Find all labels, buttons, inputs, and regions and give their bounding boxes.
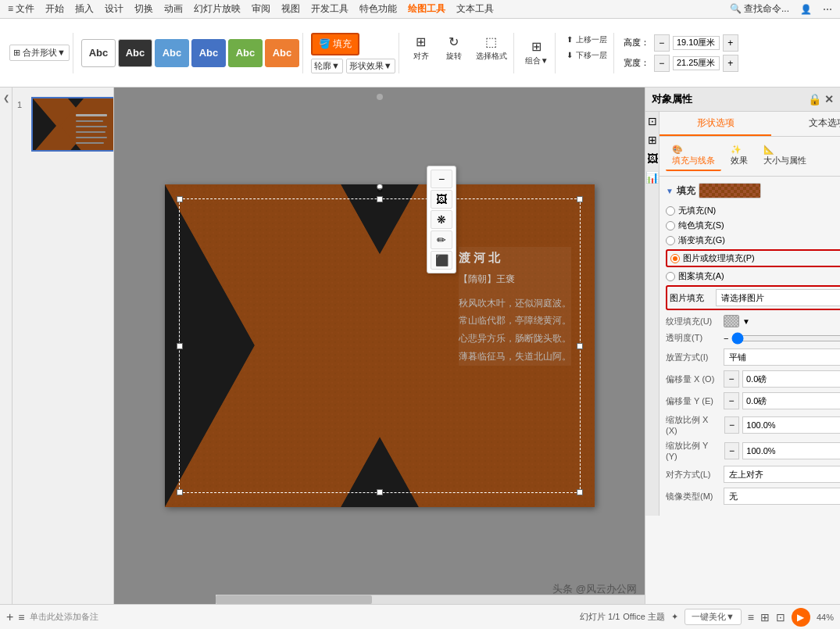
fill-option-picture[interactable]: 图片或纹理填充(P): [666, 249, 840, 267]
menu-account[interactable]: 👤: [795, 2, 817, 16]
view-icon-1[interactable]: ≡: [748, 611, 754, 624]
transparency-row: 透明度(T) − + 0%: [666, 332, 840, 344]
height-increase-button[interactable]: +: [723, 34, 738, 52]
height-input[interactable]: [673, 36, 720, 50]
menu-item-features[interactable]: 特色功能: [355, 1, 402, 17]
float-btn-collapse[interactable]: −: [431, 170, 452, 188]
scale-x-decrease[interactable]: −: [724, 416, 740, 434]
texture-preview[interactable]: [724, 315, 739, 327]
menu-item-slideshow[interactable]: 幻灯片放映: [189, 1, 245, 17]
transparency-slider[interactable]: [731, 333, 840, 344]
fill-option-none[interactable]: 无填充(N): [666, 205, 840, 216]
merge-shape-button[interactable]: ⊞ 合并形状▼: [9, 45, 70, 61]
scale-y-input[interactable]: [742, 442, 840, 459]
width-decrease-button[interactable]: −: [654, 55, 670, 72]
select-format-button[interactable]: ⬚ 选择格式: [473, 33, 510, 63]
fill-color-preview[interactable]: [699, 183, 761, 198]
view-icon-2[interactable]: ⊞: [760, 611, 770, 624]
menu-more[interactable]: ⋯: [818, 2, 837, 16]
view-icon-3[interactable]: ⊡: [776, 611, 785, 624]
one-click-beautify-button[interactable]: 一键美化▼: [685, 609, 742, 625]
width-increase-button[interactable]: +: [723, 55, 738, 72]
sub-tab-size[interactable]: 📐 大小与属性: [757, 141, 813, 171]
ribbon-group-styles: Abc Abc Abc Abc Abc Abc: [78, 33, 303, 73]
panel-icon-2[interactable]: ⊞: [648, 134, 657, 146]
rotate-button[interactable]: ↻ 旋转: [440, 33, 468, 63]
transparency-minus[interactable]: −: [724, 334, 728, 343]
menu-item-review[interactable]: 审阅: [247, 1, 275, 17]
sub-tab-fill[interactable]: 🎨 填充与线条: [666, 141, 721, 171]
placement-select[interactable]: 平铺: [724, 348, 840, 366]
status-left: + ≡ 单击此处添加备注: [6, 610, 574, 624]
align-type-label: 对齐方式(L): [666, 469, 720, 481]
group-button[interactable]: ⊞ 组合▼: [522, 38, 552, 68]
menu-item-animation[interactable]: 动画: [159, 1, 188, 17]
align-type-select[interactable]: 左上对齐: [724, 466, 840, 483]
picture-fill-select[interactable]: 请选择图片: [716, 289, 840, 306]
canvas-area[interactable]: ○ 渡 河 北 【隋朝】王褒 秋风吹木叶，还似洞庭波。 常山临代郡，亭障绕黄河。…: [114, 88, 645, 604]
mirror-select[interactable]: 无: [724, 488, 840, 505]
style-btn-5[interactable]: Abc: [228, 39, 263, 67]
float-btn-edit[interactable]: ✏: [431, 231, 452, 249]
menu-item-view[interactable]: 视图: [277, 1, 305, 17]
style-btn-4[interactable]: Abc: [191, 39, 226, 67]
menu-item-file[interactable]: ≡ 文件: [3, 1, 39, 17]
fill-icon: 🪣: [319, 38, 331, 49]
watermark: 头条 @风云办公网: [552, 582, 637, 596]
sub-tab-effects[interactable]: ✨ 效果: [724, 141, 754, 171]
mirror-label: 镜像类型(M): [666, 491, 720, 502]
panel-icon-4[interactable]: 📊: [645, 171, 659, 184]
scale-x-input[interactable]: [742, 416, 840, 434]
width-input[interactable]: [673, 56, 720, 70]
fill-option-pattern[interactable]: 图案填充(A): [666, 270, 840, 282]
add-slide-button[interactable]: +: [6, 610, 13, 624]
shape-effects-button[interactable]: 形状效果▼: [346, 59, 395, 73]
style-btn-3[interactable]: Abc: [155, 39, 189, 67]
width-label: 宽度：: [624, 57, 651, 69]
beautify-button[interactable]: ✦: [671, 612, 678, 622]
scale-y-decrease[interactable]: −: [724, 442, 740, 459]
menu-item-start[interactable]: 开始: [41, 1, 69, 17]
add-note-text[interactable]: 单击此处添加备注: [30, 611, 98, 623]
menu-search[interactable]: 🔍 查找命令...: [725, 1, 794, 17]
style-btn-6[interactable]: Abc: [265, 39, 299, 67]
tab-text-options[interactable]: 文本选项: [771, 112, 840, 136]
panel-close-icon[interactable]: ✕: [824, 93, 834, 105]
float-btn-square[interactable]: ⬛: [431, 251, 452, 270]
menu-item-switch[interactable]: 切换: [130, 1, 158, 17]
panel-icon-1[interactable]: ⊡: [648, 115, 657, 127]
ribbon-group-fill: 🪣 填充 轮廓▼ 形状效果▼: [308, 33, 399, 73]
texture-dropdown-icon[interactable]: ▼: [742, 317, 750, 326]
menu-item-drawtool[interactable]: 绘图工具: [403, 1, 450, 17]
offset-x-input[interactable]: [742, 370, 840, 388]
height-decrease-button[interactable]: −: [654, 34, 670, 52]
tab-shape-options[interactable]: 形状选项: [659, 112, 771, 136]
menu-item-devtools[interactable]: 开发工具: [306, 1, 353, 17]
up-layer-button[interactable]: ⬆ 上移一层: [563, 33, 610, 47]
fill-option-solid[interactable]: 纯色填充(S): [666, 220, 840, 231]
panel-lock-icon[interactable]: 🔒: [808, 93, 821, 105]
outline-button[interactable]: 轮廓▼: [311, 59, 343, 73]
texture-fill-label: 纹理填充(U): [666, 316, 720, 327]
fill-option-gradient[interactable]: 渐变填充(G): [666, 234, 840, 246]
fill-button[interactable]: 🪣 填充: [311, 33, 359, 55]
play-button[interactable]: ▶: [792, 608, 810, 627]
ribbon-group-merge: ⊞ 合并形状▼: [6, 33, 73, 73]
offset-x-decrease[interactable]: −: [724, 370, 739, 388]
panel-toggle[interactable]: ❮: [0, 88, 13, 604]
slide-view-icon[interactable]: ≡: [18, 611, 24, 624]
transparency-label: 透明度(T): [666, 332, 720, 344]
offset-y-decrease[interactable]: −: [724, 392, 739, 409]
menu-item-insert[interactable]: 插入: [70, 1, 98, 17]
style-btn-1[interactable]: Abc: [81, 39, 116, 67]
float-btn-image[interactable]: 🖼: [431, 190, 452, 209]
menu-item-design[interactable]: 设计: [100, 1, 128, 17]
panel-icon-3[interactable]: 🖼: [647, 152, 658, 165]
style-btn-2[interactable]: Abc: [118, 39, 152, 67]
float-btn-layers[interactable]: ❋: [431, 210, 452, 229]
offset-y-input[interactable]: [742, 392, 840, 409]
menu-item-texttool[interactable]: 文本工具: [452, 1, 499, 17]
down-layer-button[interactable]: ⬇ 下移一层: [563, 48, 610, 63]
slide-thumbnail-1[interactable]: [31, 97, 114, 152]
align-button[interactable]: ⊞ 对齐: [407, 33, 435, 63]
